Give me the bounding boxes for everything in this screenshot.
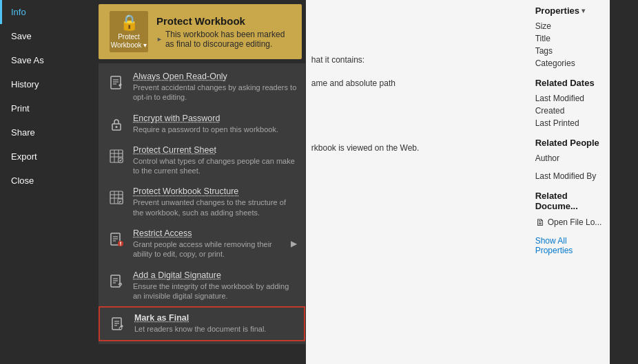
menu-item-read-only-content: Always Open Read-Only Prevent accidental… [133, 72, 297, 103]
menu-item-digital-signature[interactable]: Add a Digital Signature Ensure the integ… [99, 265, 305, 307]
protect-description: This workbook has been marked as final t… [156, 30, 291, 49]
related-people-section: Related People Author Last Modified By [535, 138, 603, 182]
last-printed-label: Last Printed [535, 117, 603, 129]
sidebar-item-save[interactable]: Save [0, 24, 94, 48]
protect-header-text: Protect Workbook This workbook has been … [156, 15, 291, 49]
svg-point-5 [116, 126, 118, 128]
menu-item-protect-structure-title: Protect Workbook Structure [133, 186, 297, 196]
menu-item-protect-structure[interactable]: Protect Workbook Structure Prevent unwan… [99, 181, 305, 223]
menu-item-read-only[interactable]: Always Open Read-Only Prevent accidental… [99, 66, 305, 108]
restrict-access-icon [107, 230, 126, 249]
sidebar-item-history[interactable]: History [0, 72, 94, 96]
sidebar-item-save-as[interactable]: Save As [0, 48, 94, 72]
menu-item-digital-sig-title: Add a Digital Signature [133, 270, 297, 280]
menu-item-protect-sheet-title: Protect Current Sheet [133, 145, 297, 155]
info-web: rkbook is viewed on the Web. [311, 143, 523, 153]
menu-item-restrict-desc: Grant people access while removing their… [133, 239, 284, 259]
menu-item-digital-sig-desc: Ensure the integrity of the workbook by … [133, 281, 297, 301]
menu-item-restrict-title: Restrict Access [133, 228, 284, 238]
properties-chevron: ▾ [582, 7, 585, 14]
encrypt-icon [107, 115, 126, 134]
related-documents-header: Related Docume... [535, 191, 603, 211]
tags-label: Tags [535, 45, 603, 57]
menu-item-protect-sheet-content: Protect Current Sheet Control what types… [133, 145, 297, 176]
svg-point-24 [120, 244, 121, 246]
menu-item-encrypt-content: Encrypt with Password Require a password… [133, 114, 297, 134]
sidebar-item-print[interactable]: Print [0, 96, 94, 120]
info-text-area: hat it contains: ame and absolute path r… [306, 0, 528, 364]
info-path: ame and absolute path [311, 78, 523, 88]
menu-item-encrypt[interactable]: Encrypt with Password Require a password… [99, 108, 305, 140]
menu-item-protect-structure-desc: Prevent unwanted changes to the structur… [133, 197, 297, 217]
menu-item-encrypt-desc: Require a password to open this workbook… [133, 125, 297, 134]
sidebar: Info Save Save As History Print Share Ex… [0, 0, 94, 364]
lock-icon: 🔒 [120, 14, 138, 32]
categories-label: Categories [535, 57, 603, 69]
restrict-access-arrow: ▶ [291, 239, 297, 248]
sidebar-item-info[interactable]: Info [0, 0, 94, 24]
created-label: Created [535, 105, 603, 117]
read-only-icon [107, 73, 126, 92]
sidebar-item-close[interactable]: Close [0, 169, 94, 193]
menu-item-restrict-access[interactable]: Restrict Access Grant people access whil… [99, 223, 305, 265]
menu-item-mark-final-desc: Let readers know the document is final. [134, 324, 296, 334]
menu-item-read-only-desc: Prevent accidental changes by asking rea… [133, 83, 297, 103]
file-icon: 🗎 [535, 217, 545, 228]
last-modified-label: Last Modified [535, 92, 603, 105]
author-label: Author [535, 152, 603, 164]
protect-workbook-button[interactable]: 🔒 ProtectWorkbook ▾ [110, 11, 148, 52]
related-dates-section: Related Dates Last Modified Created Last… [535, 78, 603, 129]
menu-item-protect-sheet[interactable]: Protect Current Sheet Control what types… [99, 140, 305, 182]
related-dates-header: Related Dates [535, 78, 603, 88]
protect-dropdown-menu: Always Open Read-Only Prevent accidental… [99, 63, 305, 344]
properties-header: Properties ▾ [535, 6, 603, 16]
center-column: 🔒 ProtectWorkbook ▾ Protect Workbook Thi… [94, 0, 306, 364]
related-documents-section: Related Docume... 🗎 Open File Lo... Show… [535, 191, 603, 257]
open-file-log-label[interactable]: 🗎 Open File Lo... [535, 215, 603, 229]
digital-signature-icon [107, 272, 126, 291]
menu-item-encrypt-title: Encrypt with Password [133, 114, 297, 123]
protect-title: Protect Workbook [156, 15, 291, 27]
protect-header: 🔒 ProtectWorkbook ▾ Protect Workbook Thi… [99, 4, 302, 59]
protect-structure-icon [107, 188, 126, 207]
sidebar-item-export[interactable]: Export [0, 144, 94, 169]
protect-button-label: ProtectWorkbook ▾ [111, 33, 147, 50]
sidebar-item-share[interactable]: Share [0, 120, 94, 144]
svg-point-33 [119, 327, 122, 330]
properties-section: Properties ▾ Size Title Tags Categories [535, 6, 603, 69]
protect-sheet-icon [107, 147, 126, 166]
menu-item-mark-final[interactable]: Mark as Final Let readers know the docum… [99, 306, 305, 341]
menu-item-digital-sig-content: Add a Digital Signature Ensure the integ… [133, 270, 297, 301]
size-label: Size [535, 20, 603, 32]
right-panel: Properties ▾ Size Title Tags Categories … [528, 0, 610, 364]
menu-item-mark-final-title: Mark as Final [134, 313, 296, 323]
related-people-header: Related People [535, 138, 603, 148]
menu-item-read-only-title: Always Open Read-Only [133, 72, 297, 81]
mark-final-icon [108, 314, 127, 334]
menu-item-protect-sheet-desc: Control what types of changes people can… [133, 156, 297, 176]
menu-item-restrict-content: Restrict Access Grant people access whil… [133, 228, 284, 259]
last-modified-by-label: Last Modified By [535, 170, 603, 182]
menu-item-mark-final-content: Mark as Final Let readers know the docum… [134, 313, 296, 334]
show-all-properties[interactable]: Show All Properties [535, 235, 603, 257]
svg-rect-0 [111, 76, 121, 89]
title-label: Title [535, 32, 603, 45]
menu-item-protect-structure-content: Protect Workbook Structure Prevent unwan… [133, 186, 297, 217]
info-contains: hat it contains: [311, 55, 523, 65]
